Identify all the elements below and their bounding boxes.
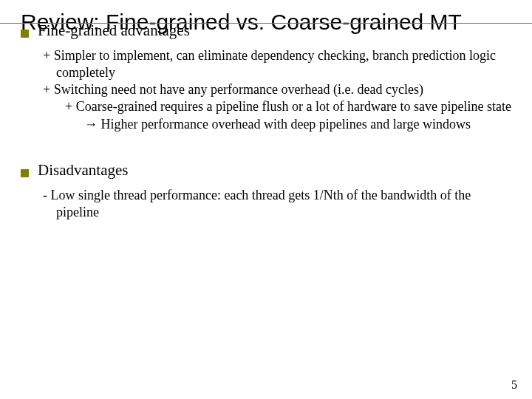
slide-title: Review: Fine-grained vs. Coarse-grained … — [21, 9, 511, 35]
sub-item: + Switching need not have any performanc… — [43, 81, 511, 98]
square-bullet-icon — [21, 169, 29, 177]
bullet-label: Disadvantages — [38, 161, 128, 180]
sub-sub-block: + Coarse-grained requires a pipeline flu… — [65, 98, 511, 132]
sub-block: + Simpler to implement, can eliminate de… — [43, 47, 511, 132]
page-number: 5 — [511, 378, 517, 392]
deep-item: → Higher performance overhead with deep … — [84, 116, 511, 133]
sub-sub-item: + Coarse-grained requires a pipeline flu… — [65, 98, 511, 115]
bullet-item: Disadvantages — [21, 161, 511, 180]
slide-container: Review: Fine-grained vs. Coarse-grained … — [0, 0, 532, 399]
title-wrap: Review: Fine-grained vs. Coarse-grained … — [21, 9, 511, 35]
square-bullet-icon — [21, 30, 29, 38]
title-underline — [0, 23, 532, 24]
sub-block: - Low single thread performance: each th… — [43, 187, 511, 221]
sub-item: + Simpler to implement, can eliminate de… — [43, 47, 511, 81]
slide-content: Fine-grained advantages + Simpler to imp… — [21, 21, 511, 220]
deep-block: → Higher performance overhead with deep … — [84, 116, 511, 133]
sub-item: - Low single thread performance: each th… — [43, 187, 511, 221]
